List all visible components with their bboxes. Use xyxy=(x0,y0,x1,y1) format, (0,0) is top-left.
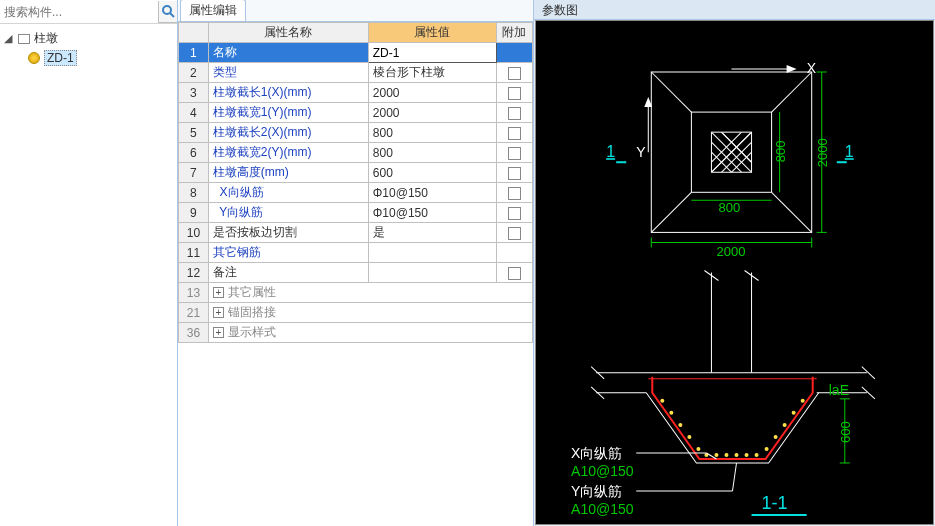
row-number: 21 xyxy=(179,303,209,323)
column-elevation xyxy=(704,270,758,372)
svg-point-50 xyxy=(696,447,700,451)
svg-point-52 xyxy=(714,453,718,457)
property-value[interactable]: 2000 xyxy=(368,103,496,123)
row-number: 2 xyxy=(179,63,209,83)
property-add[interactable] xyxy=(496,163,532,183)
svg-line-68 xyxy=(732,463,736,491)
expand-icon[interactable]: + xyxy=(213,307,224,318)
property-value[interactable]: 800 xyxy=(368,123,496,143)
property-value[interactable] xyxy=(368,243,496,263)
property-add[interactable] xyxy=(496,83,532,103)
header-name[interactable]: 属性名称 xyxy=(208,23,368,43)
property-value[interactable]: 800 xyxy=(368,143,496,163)
table-row[interactable]: 5柱墩截长2(X)(mm)800 xyxy=(179,123,533,143)
property-add[interactable] xyxy=(496,183,532,203)
checkbox-icon[interactable] xyxy=(508,147,521,160)
checkbox-icon[interactable] xyxy=(508,267,521,280)
search-input[interactable] xyxy=(0,1,158,23)
property-value[interactable]: Φ10@150 xyxy=(368,183,496,203)
table-row[interactable]: 3柱墩截长1(X)(mm)2000 xyxy=(179,83,533,103)
group-name[interactable]: +锚固搭接 xyxy=(208,303,532,323)
property-value[interactable]: 2000 xyxy=(368,83,496,103)
table-row[interactable]: 7柱墩高度(mm)600 xyxy=(179,163,533,183)
section-title: 1-1 xyxy=(762,493,788,513)
svg-point-55 xyxy=(745,453,749,457)
svg-line-6 xyxy=(651,192,691,232)
property-add[interactable] xyxy=(496,223,532,243)
property-add[interactable] xyxy=(496,103,532,123)
checkbox-icon[interactable] xyxy=(508,207,521,220)
header-add[interactable]: 附加 xyxy=(496,23,532,43)
table-row[interactable]: 2类型棱台形下柱墩 xyxy=(179,63,533,83)
property-add[interactable] xyxy=(496,263,532,283)
svg-point-59 xyxy=(783,423,787,427)
group-row[interactable]: 13+其它属性 xyxy=(179,283,533,303)
search-row xyxy=(0,0,177,24)
table-row[interactable]: 8 X向纵筋Φ10@150 xyxy=(179,183,533,203)
section-view: laE 600 X向纵筋 A10@150 Y向纵筋 A10@150 1-1 xyxy=(571,367,875,517)
property-value[interactable]: 600 xyxy=(368,163,496,183)
row-number: 3 xyxy=(179,83,209,103)
property-name: 柱墩高度(mm) xyxy=(208,163,368,183)
property-value[interactable]: ZD-1 xyxy=(368,43,496,63)
svg-point-49 xyxy=(687,435,691,439)
checkbox-icon[interactable] xyxy=(508,187,521,200)
property-value[interactable] xyxy=(368,263,496,283)
property-name: 柱墩截宽2(Y)(mm) xyxy=(208,143,368,163)
property-add[interactable] xyxy=(496,143,532,163)
svg-line-1 xyxy=(170,13,174,17)
checkbox-icon[interactable] xyxy=(508,107,521,120)
tree-collapse-icon[interactable]: ◢ xyxy=(2,32,14,45)
property-name: Y向纵筋 xyxy=(208,203,368,223)
svg-point-61 xyxy=(801,399,805,403)
property-add[interactable] xyxy=(496,203,532,223)
property-add[interactable] xyxy=(496,123,532,143)
expand-icon[interactable]: + xyxy=(213,327,224,338)
row-number: 6 xyxy=(179,143,209,163)
tab-property-edit[interactable]: 属性编辑 xyxy=(180,0,246,21)
group-name[interactable]: +显示样式 xyxy=(208,323,532,343)
table-row[interactable]: 10是否按板边切割是 xyxy=(179,223,533,243)
spec-y-rebar: A10@150 xyxy=(571,501,634,517)
property-add[interactable] xyxy=(496,243,532,263)
expand-icon[interactable]: + xyxy=(213,287,224,298)
property-name: X向纵筋 xyxy=(208,183,368,203)
dim-inner-height: 800 xyxy=(773,141,788,163)
checkbox-icon[interactable] xyxy=(508,87,521,100)
group-row[interactable]: 21+锚固搭接 xyxy=(179,303,533,323)
property-name: 其它钢筋 xyxy=(208,243,368,263)
svg-point-0 xyxy=(163,6,171,14)
svg-line-7 xyxy=(772,192,812,232)
table-row[interactable]: 11其它钢筋 xyxy=(179,243,533,263)
group-name[interactable]: +其它属性 xyxy=(208,283,532,303)
row-number: 11 xyxy=(179,243,209,263)
table-row[interactable]: 1名称ZD-1 xyxy=(179,43,533,63)
property-value[interactable]: Φ10@150 xyxy=(368,203,496,223)
tree-child-item[interactable]: ZD-1 xyxy=(24,49,175,67)
checkbox-icon[interactable] xyxy=(508,227,521,240)
tree-root-item[interactable]: ◢ 柱墩 xyxy=(2,28,175,49)
svg-point-48 xyxy=(678,423,682,427)
search-icon xyxy=(161,4,175,18)
property-add[interactable] xyxy=(496,43,532,63)
component-icon xyxy=(26,50,42,66)
diagram-canvas: X Y 1 1 800 800 2000 xyxy=(535,20,934,525)
table-row[interactable]: 4柱墩截宽1(Y)(mm)2000 xyxy=(179,103,533,123)
checkbox-icon[interactable] xyxy=(508,167,521,180)
property-value[interactable]: 棱台形下柱墩 xyxy=(368,63,496,83)
table-row[interactable]: 12备注 xyxy=(179,263,533,283)
property-value[interactable]: 是 xyxy=(368,223,496,243)
header-value[interactable]: 属性值 xyxy=(368,23,496,43)
checkbox-icon[interactable] xyxy=(508,127,521,140)
spec-x-rebar: A10@150 xyxy=(571,463,634,479)
table-row[interactable]: 6柱墩截宽2(Y)(mm)800 xyxy=(179,143,533,163)
svg-point-54 xyxy=(735,453,739,457)
table-row[interactable]: 9 Y向纵筋Φ10@150 xyxy=(179,203,533,223)
search-button[interactable] xyxy=(158,1,177,23)
row-number: 10 xyxy=(179,223,209,243)
group-row[interactable]: 36+显示样式 xyxy=(179,323,533,343)
property-add[interactable] xyxy=(496,63,532,83)
checkbox-icon[interactable] xyxy=(508,67,521,80)
dim-outer-width: 2000 xyxy=(716,244,745,259)
property-name: 备注 xyxy=(208,263,368,283)
